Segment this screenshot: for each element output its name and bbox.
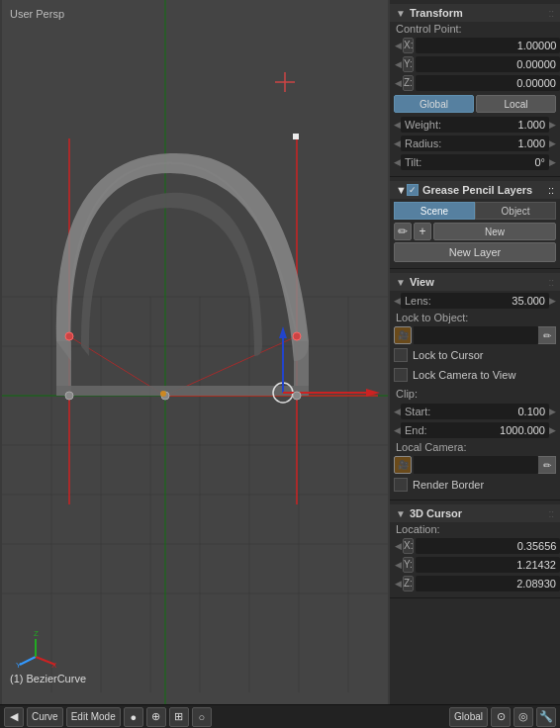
- cursor-z-input[interactable]: [416, 576, 560, 592]
- lock-object-field[interactable]: 🎥 ✏: [394, 326, 556, 344]
- viewport-shading-button[interactable]: ●: [124, 707, 143, 727]
- lock-camera-row[interactable]: Lock Camera to View: [394, 366, 556, 384]
- cursor-z-axis-button[interactable]: Z:: [403, 576, 414, 592]
- clip-end-label: End:: [401, 424, 444, 436]
- svg-point-32: [293, 332, 301, 340]
- end-arrow-left-icon[interactable]: ◀: [394, 425, 401, 435]
- global-button[interactable]: Global: [394, 95, 474, 113]
- render-border-row[interactable]: Render Border: [394, 476, 556, 494]
- y-axis-button[interactable]: Y:: [403, 56, 414, 72]
- global-button[interactable]: Global: [449, 707, 488, 727]
- edit-mode-button[interactable]: Edit Mode: [66, 707, 121, 727]
- object-label: (1) BezierCurve: [10, 673, 86, 684]
- grease-pencil-header[interactable]: ▼ ✓ Grease Pencil Layers ::: [390, 181, 560, 199]
- weight-arrow-left-icon[interactable]: ◀: [394, 120, 401, 130]
- lock-cursor-checkbox[interactable]: [394, 348, 408, 362]
- view-arrow-icon: ▼: [396, 277, 406, 288]
- lock-camera-checkbox[interactable]: [394, 368, 408, 382]
- new-button[interactable]: New: [433, 223, 556, 240]
- transform-y-row[interactable]: ◀ Y: ▶: [394, 55, 556, 73]
- transform-header[interactable]: ▼ Transform ::: [390, 4, 560, 22]
- start-arrow-right-icon[interactable]: ▶: [549, 407, 556, 416]
- new-layer-button[interactable]: New Layer: [394, 242, 556, 262]
- local-camera-field[interactable]: 🎥 ✏: [394, 456, 556, 474]
- weight-row[interactable]: ◀ Weight: 1.000 ▶: [394, 116, 556, 134]
- y-arrow-left-icon[interactable]: ◀: [394, 59, 403, 69]
- object-name-field[interactable]: [414, 326, 538, 344]
- radius-arrow-right-icon[interactable]: ▶: [549, 138, 556, 148]
- lock-cursor-row[interactable]: Lock to Cursor: [394, 346, 556, 364]
- layers-button[interactable]: ⊙: [491, 707, 511, 727]
- cursor-x-input[interactable]: [416, 538, 560, 554]
- radius-row[interactable]: ◀ Radius: 1.000 ▶: [394, 135, 556, 152]
- mode-icon-button[interactable]: ◀: [4, 707, 24, 727]
- x-arrow-left-icon[interactable]: ◀: [394, 41, 403, 50]
- tilt-arrow-right-icon[interactable]: ▶: [549, 157, 556, 167]
- cursor3d-header[interactable]: ▼ 3D Cursor ::: [390, 504, 560, 522]
- lens-arrow-right-icon[interactable]: ▶: [549, 296, 556, 306]
- grease-pencil-section: ▼ ✓ Grease Pencil Layers :: Scene Object…: [390, 177, 560, 269]
- proportional-button[interactable]: ○: [192, 707, 212, 727]
- cursor-x-row[interactable]: ◀ X: ▶: [394, 537, 556, 555]
- gp-add-icon[interactable]: +: [414, 223, 431, 240]
- global-local-toggle: Global Local: [394, 95, 556, 113]
- transform-grip-icon: ::: [548, 8, 554, 19]
- tilt-row[interactable]: ◀ Tilt: 0° ▶: [394, 153, 556, 171]
- cursor-x-arrow-left-icon[interactable]: ◀: [394, 541, 403, 551]
- tilt-label: Tilt:: [401, 156, 444, 168]
- object-tab[interactable]: Object: [475, 202, 556, 220]
- lock-camera-label: Lock Camera to View: [413, 369, 515, 381]
- z-axis-button[interactable]: Z:: [403, 75, 414, 91]
- cursor-y-arrow-left-icon[interactable]: ◀: [394, 560, 403, 570]
- transform-z-row[interactable]: ◀ Z: ▶: [394, 74, 556, 92]
- bottom-toolbar: ◀ Curve Edit Mode ● ⊕ ⊞ ○ Global ⊙ ◎ 🔧: [0, 704, 560, 728]
- transform-z-input[interactable]: [416, 75, 560, 91]
- cursor-y-row[interactable]: ◀ Y: ▶: [394, 556, 556, 574]
- radius-arrow-left-icon[interactable]: ◀: [394, 138, 401, 148]
- cursor-location-label: Location:: [390, 522, 560, 536]
- weight-arrow-right-icon[interactable]: ▶: [549, 120, 556, 130]
- cursor-x-axis-button[interactable]: X:: [403, 538, 414, 554]
- clip-end-row[interactable]: ◀ End: 1000.000 ▶: [394, 421, 556, 439]
- clip-start-label: Start:: [401, 406, 444, 417]
- transform-x-row[interactable]: ◀ X: ▶: [394, 37, 556, 54]
- cursor-z-arrow-left-icon[interactable]: ◀: [394, 579, 403, 589]
- viewport-3d[interactable]: User Persp Y X Z (1) BezierCurve: [0, 0, 390, 704]
- start-arrow-left-icon[interactable]: ◀: [394, 407, 401, 416]
- gp-arrow-icon: ▼: [396, 184, 407, 196]
- view-header[interactable]: ▼ View ::: [390, 273, 560, 291]
- cursor-y-input[interactable]: [416, 557, 560, 573]
- gp-title: Grease Pencil Layers: [422, 184, 548, 196]
- svg-line-36: [20, 657, 36, 665]
- transform-x-input[interactable]: [416, 38, 560, 53]
- scene-button[interactable]: 🔧: [536, 707, 556, 727]
- local-camera-edit-button[interactable]: ✏: [538, 456, 556, 474]
- render-border-label: Render Border: [413, 479, 484, 491]
- svg-point-33: [65, 392, 73, 400]
- lens-row[interactable]: ◀ Lens: 35.000 ▶: [394, 292, 556, 310]
- local-button[interactable]: Local: [476, 95, 556, 113]
- gp-paint-icon[interactable]: ✏: [394, 223, 412, 240]
- scene-tab[interactable]: Scene: [394, 202, 475, 220]
- local-camera-name[interactable]: [414, 456, 538, 474]
- end-arrow-right-icon[interactable]: ▶: [549, 425, 556, 435]
- object-edit-button[interactable]: ✏: [538, 326, 556, 344]
- cursor-y-axis-button[interactable]: Y:: [403, 557, 414, 573]
- cursor3d-section: ▼ 3D Cursor :: Location: ◀ X: ▶ ◀ Y:: [390, 500, 560, 598]
- lens-arrow-left-icon[interactable]: ◀: [394, 296, 401, 306]
- curve-button[interactable]: Curve: [27, 707, 63, 727]
- tilt-arrow-left-icon[interactable]: ◀: [394, 157, 401, 167]
- cursor-z-row[interactable]: ◀ Z: ▶: [394, 575, 556, 592]
- gp-checkbox[interactable]: ✓: [407, 184, 419, 196]
- x-axis-button[interactable]: X:: [403, 38, 414, 53]
- object-icon: 🎥: [394, 326, 412, 344]
- clip-end-value: 1000.000: [444, 424, 549, 436]
- pivot-button[interactable]: ⊕: [146, 707, 166, 727]
- snap-button[interactable]: ⊞: [169, 707, 189, 727]
- transform-y-input[interactable]: [416, 56, 560, 72]
- lens-value: 35.000: [444, 295, 549, 307]
- z-arrow-left-icon[interactable]: ◀: [394, 78, 403, 88]
- clip-start-row[interactable]: ◀ Start: 0.100 ▶: [394, 403, 556, 420]
- render-button[interactable]: ◎: [513, 707, 533, 727]
- render-border-checkbox[interactable]: [394, 478, 408, 492]
